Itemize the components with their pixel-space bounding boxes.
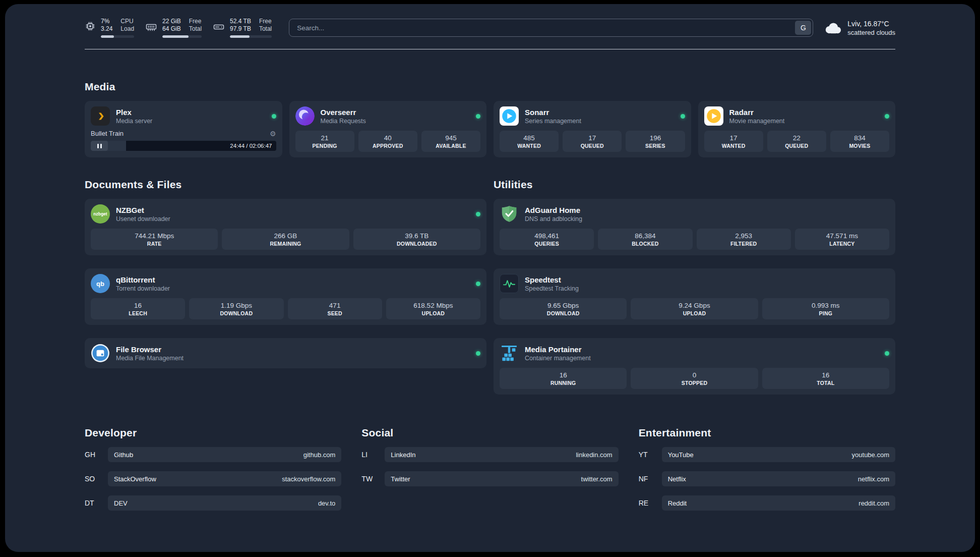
service-name: NZBGet [116,205,170,215]
nzbget-icon-text: nzbget [93,211,107,216]
bookmark-pill[interactable]: YouTube youtube.com [662,447,895,462]
sonarr-icon [500,106,519,126]
stat-value: 1.19 Gbps [191,301,281,310]
section-title-utilities: Utilities [494,179,895,191]
memory-widget: 22 GiB 64 GiB Free Total [145,18,202,38]
service-subtitle: Usenet downloader [116,215,170,223]
stats-row: 16RUNNING 0STOPPED 16TOTAL [500,368,889,389]
service-card-adguard[interactable]: AdGuard Home DNS and adblocking 498,461Q… [494,199,895,255]
service-card-nzbget[interactable]: nzbget NZBGet Usenet downloader 744.21 M… [85,199,486,255]
stats-row: 744.21 MbpsRATE 266 GBREMAINING 39.6 TBD… [91,229,480,250]
service-subtitle: Media File Management [116,354,183,362]
service-name: Overseerr [321,107,366,117]
disk-total-value: 97.9 TB [230,25,251,33]
utilities-column: Utilities AdGuard Home DNS and adblockin… [494,179,895,395]
plex-icon [91,106,110,126]
stat-tile: 40APPROVED [358,131,417,152]
status-dot [476,351,480,356]
service-subtitle: Media server [116,117,152,125]
stat-tile: 16LEECH [91,298,185,319]
portainer-icon [500,344,519,363]
service-card-overseerr[interactable]: Overseerr Media Requests 21PENDING 40APP… [289,101,487,157]
bookmark-linkedin[interactable]: LI LinkedIn linkedin.com [361,447,618,462]
bookmark-url: stackoverflow.com [282,475,335,483]
disk-free-value: 52.4 TB [230,18,251,25]
disk-widget: 52.4 TB 97.9 TB Free Total [213,18,272,38]
service-card-sonarr[interactable]: Sonarr Series management 485WANTED 17QUE… [494,101,691,157]
stats-row: 9.65 GbpsDOWNLOAD 9.24 GbpsUPLOAD 0.993 … [500,298,889,319]
media-card-grid: Plex Media server Bullet Train ⚙ 24:44 /… [85,101,895,157]
bookmark-github[interactable]: GH Github github.com [85,447,341,462]
bookmark-twitter[interactable]: TW Twitter twitter.com [361,471,618,486]
service-card-radarr[interactable]: Radarr Movie management 17WANTED 22QUEUE… [698,101,896,157]
bookmark-netflix[interactable]: NF Netflix netflix.com [639,471,895,486]
adguard-icon [500,204,519,224]
service-card-plex[interactable]: Plex Media server Bullet Train ⚙ 24:44 /… [85,101,282,157]
bookmark-url: reddit.com [859,499,889,507]
memory-icon [145,18,157,33]
memory-usage-bar [162,35,202,38]
qbittorrent-icon: qb [91,274,110,293]
bookmark-pill[interactable]: Twitter twitter.com [385,471,618,486]
stat-label: SERIES [628,142,683,149]
topbar: 7% 3.24 CPU Load 22 GiB [85,18,895,38]
card-header: nzbget NZBGet Usenet downloader [91,204,480,224]
card-header: Sonarr Series management [500,106,685,126]
stat-tile: 86,384BLOCKED [598,229,692,250]
bookmark-abbr: GH [85,451,108,459]
bookmark-pill[interactable]: Github github.com [108,447,341,462]
service-subtitle: Movie management [729,117,785,125]
bookmark-pill[interactable]: Netflix netflix.com [662,471,895,486]
stat-value: 16 [764,371,887,379]
stat-label: QUEUED [769,142,824,149]
service-card-qbittorrent[interactable]: qb qBittorrent Torrent downloader 16LEEC… [85,268,486,325]
stat-label: DOWNLOAD [502,310,625,317]
stat-tile: 17WANTED [704,131,763,152]
disk-usage-bar-fill [230,35,250,38]
stat-tile: 16RUNNING [500,368,627,389]
gear-icon[interactable]: ⚙ [270,130,276,138]
service-meta: Overseerr Media Requests [321,107,366,125]
bookmark-reddit[interactable]: RE Reddit reddit.com [639,495,895,511]
stat-label: MOVIES [832,142,887,149]
service-card-speedtest[interactable]: Speedtest Speedtest Tracking 9.65 GbpsDO… [494,268,895,325]
cloud-icon [823,21,842,35]
service-subtitle: DNS and adblocking [525,215,582,223]
media-seekbar[interactable]: 24:44 / 02:06:47 [91,141,276,151]
bookmark-stackoverflow[interactable]: SO StackOverflow stackoverflow.com [85,471,341,486]
stat-label: FILTERED [699,240,789,247]
bookmark-pill[interactable]: Reddit reddit.com [662,495,895,511]
bookmark-pill[interactable]: LinkedIn linkedin.com [385,447,618,462]
stat-label: APPROVED [360,142,415,149]
bookmark-pill[interactable]: StackOverflow stackoverflow.com [108,471,341,486]
stat-value: 47.571 ms [797,232,887,240]
dashboard-content: 7% 3.24 CPU Load 22 GiB [5,4,975,531]
stat-tile: 0STOPPED [631,368,758,389]
bookmark-pill[interactable]: DEV dev.to [108,495,341,511]
bookmark-youtube[interactable]: YT YouTube youtube.com [639,447,895,462]
stat-value: 498,461 [502,232,592,240]
section-title-developer: Developer [85,427,341,439]
stat-value: 618.52 Mbps [388,301,478,310]
service-card-filebrowser[interactable]: File Browser Media File Management [85,338,486,368]
bookmark-url: linkedin.com [576,451,612,459]
service-card-portainer[interactable]: Media Portainer Container management 16R… [494,338,895,395]
bookmark-dev[interactable]: DT DEV dev.to [85,495,341,511]
stat-tile: 485WANTED [500,131,559,152]
memory-total-label: Total [189,25,202,33]
nzbget-icon: nzbget [91,204,110,224]
weather-condition: scattered clouds [847,28,895,37]
cpu-load-label: Load [120,25,134,33]
pause-button[interactable] [91,141,108,151]
bookmark-abbr: NF [639,475,662,483]
documents-column: Documents & Files nzbget NZBGet Usenet d… [85,179,486,368]
stat-value: 9.24 Gbps [633,301,756,310]
service-meta: AdGuard Home DNS and adblocking [525,205,582,223]
section-title-social: Social [361,427,618,439]
search-provider-button[interactable]: G [795,21,811,35]
stat-tile: 2,953FILTERED [697,229,791,250]
disk-total-label: Total [259,25,272,33]
search-input[interactable] [291,24,795,32]
stat-label: RATE [93,240,216,247]
service-name: Speedtest [525,275,579,285]
